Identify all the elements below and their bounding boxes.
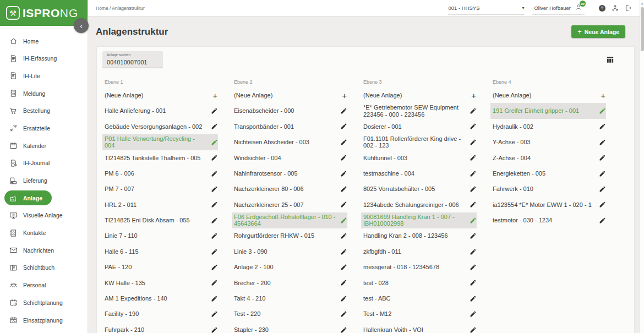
new-anlage-row[interactable]: (Neue Anlage)+ [234, 88, 347, 103]
edit-button[interactable] [211, 107, 218, 114]
edit-button[interactable] [340, 248, 347, 255]
edit-button[interactable] [340, 170, 347, 177]
edit-button[interactable] [211, 201, 218, 208]
anlage-item[interactable]: testmotor - 030 - 1234 [493, 212, 606, 228]
edit-button[interactable] [470, 107, 477, 114]
anlage-item[interactable]: Takt 4 - 210 [234, 291, 347, 306]
edit-button[interactable] [340, 217, 347, 224]
anlage-item[interactable]: Test - 220 [234, 306, 347, 321]
anlage-item[interactable]: Dosierer - 001 [363, 119, 477, 134]
edit-button[interactable] [211, 154, 218, 161]
anlage-item[interactable]: Nichteisen Abscheider - 003 [234, 134, 347, 150]
edit-button[interactable] [211, 248, 218, 255]
sidebar-item-anlage[interactable]: Anlage [4, 190, 52, 205]
edit-button[interactable] [599, 170, 606, 177]
edit-button[interactable] [340, 123, 347, 130]
user-menu[interactable]: Oliver Hofbauer 99 [532, 2, 585, 15]
edit-button[interactable] [599, 217, 606, 224]
edit-button[interactable] [340, 107, 347, 114]
sidebar-item-schichtplanung[interactable]: Schichtplanung [4, 295, 72, 310]
anlage-item[interactable]: *E* Getriebemotor SEW Equipment 223456 -… [363, 103, 477, 118]
anlage-item[interactable]: P01 Halle Verwertung/Recycling - 004 [102, 134, 218, 150]
sidebar-item-ih-lite[interactable]: IH-Lite [4, 68, 50, 83]
anlage-item[interactable]: Nachzerkleinerer 25 - 007 [234, 197, 347, 212]
sidebar-item-lieferung[interactable]: Lieferung [4, 173, 57, 188]
edit-button[interactable] [470, 248, 477, 255]
anlage-item[interactable]: Energieketten - 005 [493, 166, 606, 181]
anlage-item[interactable]: Windsichter - 004 [234, 150, 347, 166]
system-select[interactable]: 001 - HHSYS ▾ [448, 2, 524, 15]
help-icon[interactable]: ? [599, 5, 605, 12]
edit-button[interactable] [470, 201, 477, 208]
edit-button[interactable] [470, 217, 477, 224]
sidebar-item-kalender[interactable]: Kalender [4, 138, 56, 153]
anlage-item[interactable]: Z-Achse - 004 [493, 150, 606, 166]
scroll-up-icon[interactable]: ▲ [640, 0, 644, 5]
anlage-item[interactable]: 90081699 Handling Kran 1 - 007 - IBH0100… [361, 212, 477, 228]
edit-button[interactable] [211, 185, 218, 193]
add-icon[interactable]: + [601, 91, 606, 100]
sidebar-item-nachrichten[interactable]: Nachrichten [4, 243, 63, 258]
edit-button[interactable] [211, 232, 218, 239]
anlage-item[interactable]: test - 028 [363, 275, 477, 291]
anlage-item[interactable]: Handling Kran 2 - 008 - 123456 [363, 228, 477, 244]
user-management-icon[interactable] [612, 4, 619, 12]
anlage-item[interactable]: 1234abcde Schalungsreiniger - 006 [363, 197, 477, 212]
anlage-item[interactable]: PM 6 - 006 [105, 166, 218, 181]
edit-button[interactable] [599, 123, 606, 130]
anlage-item[interactable]: Facility - 190 [105, 306, 218, 321]
anlage-item[interactable]: Fuhrpark - 210 [105, 322, 218, 333]
edit-button[interactable] [211, 170, 218, 177]
anlage-item[interactable]: TI214825 Eni Disk Absam - 055 [105, 212, 218, 228]
anlage-item[interactable]: Linie 3 - 090 [234, 244, 347, 259]
edit-button[interactable] [470, 154, 477, 161]
edit-button[interactable] [599, 201, 606, 208]
edit-button[interactable] [470, 326, 477, 333]
anlage-item[interactable]: Hallenkran Voith - VOI [363, 322, 477, 333]
edit-button[interactable] [599, 185, 606, 193]
edit-button[interactable] [599, 139, 606, 146]
edit-button[interactable] [470, 232, 477, 239]
anlage-item[interactable]: Test - M12 [363, 306, 477, 321]
anlage-item[interactable]: Nachzerkleinerer 80 - 006 [234, 181, 347, 196]
anlage-item[interactable]: 191 Greifer Einheit gripper - 001 [490, 103, 606, 118]
edit-button[interactable] [470, 170, 477, 177]
sidebar-item-ersatzteile[interactable]: Ersatzteile [4, 121, 59, 135]
neue-anlage-button[interactable]: + Neue Anlage [571, 25, 625, 38]
sidebar-item-ih-journal[interactable]: IH-Journal [4, 156, 59, 171]
edit-button[interactable] [340, 154, 347, 161]
logout-icon[interactable] [625, 4, 632, 12]
anlage-item[interactable]: F01.1101 Rollenförderer King drive - 002… [363, 134, 477, 150]
edit-button[interactable] [470, 295, 477, 302]
anlage-item[interactable]: TI214825 Tankstelle Thalheim - 005 [105, 150, 218, 166]
anlage-item[interactable]: messgerät - 018 - 12345678 [363, 259, 477, 275]
edit-button[interactable] [470, 310, 477, 318]
anlage-item[interactable]: 8025 Vorratsbehälter - 005 [363, 181, 477, 196]
sidebar-item-home[interactable]: Home [4, 34, 48, 48]
anlage-item[interactable]: Rohrgurtförderer RHKW - 015 [234, 228, 347, 244]
scrollbar[interactable]: ▲ [640, 0, 644, 333]
edit-button[interactable] [211, 217, 218, 224]
anlage-item[interactable]: Stapler - 230 [234, 322, 347, 333]
edit-button[interactable] [211, 295, 218, 302]
anlage-search-input[interactable]: Anlage suchen 004010007001 [102, 51, 163, 68]
new-anlage-row[interactable]: (Neue Anlage)+ [493, 88, 606, 103]
sidebar-item-visuelle-anlage[interactable]: Visuelle Anlage [4, 208, 72, 223]
edit-button[interactable] [211, 310, 218, 318]
edit-button[interactable] [470, 185, 477, 193]
anlage-item[interactable]: PAE - 120 [105, 259, 218, 275]
anlage-item[interactable]: Nahinfrarotsensor - 005 [234, 166, 347, 181]
breadcrumb-home[interactable]: Home [96, 6, 108, 11]
anlage-item[interactable]: Halle 6 - 115 [105, 244, 218, 259]
anlage-item[interactable]: Brecher - 200 [234, 275, 347, 291]
add-icon[interactable]: + [471, 91, 477, 100]
anlage-item[interactable]: Kühltunnel - 003 [363, 150, 477, 166]
edit-button[interactable] [340, 232, 347, 239]
sidebar-item-meldung[interactable]: Meldung [4, 86, 54, 101]
scrollbar-thumb[interactable] [641, 7, 644, 51]
edit-button[interactable] [211, 326, 218, 333]
anlage-item[interactable]: Hydraulik - 002 [493, 119, 606, 134]
sidebar-collapse-button[interactable]: ‹ [74, 18, 89, 33]
add-icon[interactable]: + [212, 91, 218, 100]
edit-button[interactable] [599, 107, 606, 114]
